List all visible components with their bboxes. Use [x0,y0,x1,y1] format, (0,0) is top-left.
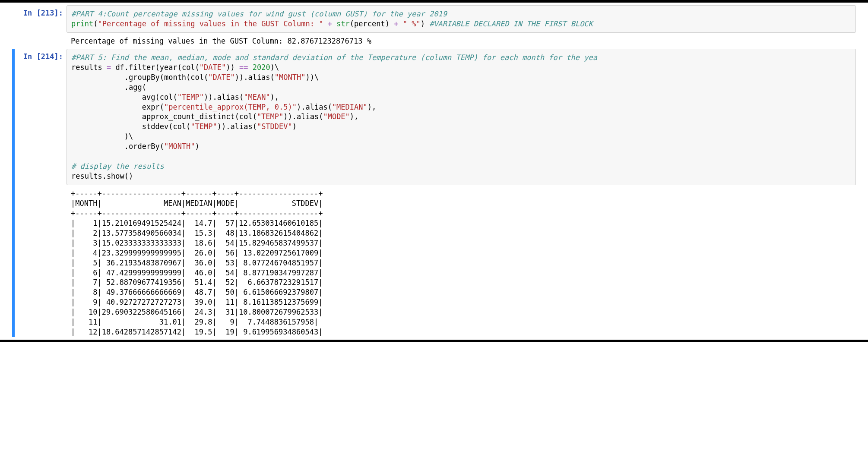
kw-str: str [336,19,350,28]
notebook-cell-213: In [213]: #PART 4:Count percentage missi… [12,5,856,46]
cell-output: Percentage of missing values in the GUST… [67,33,856,46]
code-string: "Percentage of missing values in the GUS… [98,19,323,28]
kw-print: print [71,19,93,28]
window-frame-bottom [0,340,868,342]
code-string: " %" [403,19,421,28]
code-input-area[interactable]: #PART 4:Count percentage missing values … [67,5,856,33]
code-comment: # display the results [71,162,164,170]
code-comment: #PART 4:Count percentage missing values … [71,9,447,18]
window-frame-top [0,0,868,3]
prompt-label: In [214]: [23,52,63,61]
cell-output: +-----+------------------+------+----+--… [67,185,856,337]
code-comment: #PART 5: Find the mean, median, mode and… [71,53,597,62]
input-prompt: In [214]: [15,49,67,337]
code-input-area[interactable]: #PART 5: Find the mean, median, mode and… [67,49,856,185]
input-prompt: In [213]: [15,5,67,46]
notebook-cell-214: In [214]: #PART 5: Find the mean, median… [12,49,856,337]
code-comment: #VARIABLE DECLARED IN THE FIRST BLOCK [429,19,593,28]
prompt-label: In [213]: [23,9,63,17]
notebook-page: In [213]: #PART 4:Count percentage missi… [0,0,868,342]
